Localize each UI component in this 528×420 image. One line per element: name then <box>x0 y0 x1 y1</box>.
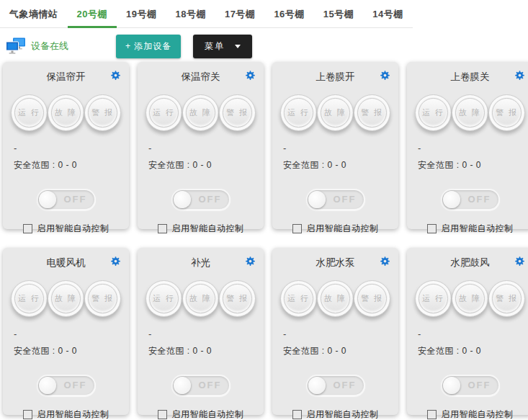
add-device-label: 添加设备 <box>134 41 171 51</box>
sensor-value: - <box>418 143 526 153</box>
toggle-knob[interactable] <box>174 191 191 208</box>
toggle-knob[interactable] <box>308 377 326 394</box>
gear-icon[interactable] <box>245 70 256 81</box>
sensor-value: - <box>14 329 122 339</box>
auto-control-label: 启用智能自动控制 <box>442 223 514 235</box>
tab-bar: 气象墒情站 20号棚 19号棚 18号棚 17号棚 16号棚 15号棚 14号棚 <box>0 1 413 28</box>
fault-indicator: 故 障 <box>48 280 84 317</box>
run-indicator-label: 运 行 <box>149 284 179 313</box>
gear-icon[interactable] <box>514 256 525 267</box>
alarm-indicator: 警 报 <box>219 94 256 131</box>
toggle-knob[interactable] <box>443 377 460 394</box>
auto-control-checkbox[interactable] <box>427 410 437 419</box>
toggle-state-label: OFF <box>334 380 357 390</box>
tab-0[interactable]: 气象墒情站 <box>0 1 68 28</box>
gear-icon[interactable] <box>514 70 525 81</box>
alarm-indicator: 警 报 <box>84 94 121 131</box>
auto-control-checkbox[interactable] <box>158 224 167 233</box>
run-indicator-label: 运 行 <box>284 98 313 128</box>
tab-1[interactable]: 20号棚 <box>68 1 117 28</box>
power-toggle[interactable]: OFF <box>441 189 500 210</box>
card-title: 保温帘开 <box>47 71 86 82</box>
indicator-row: 运 行 故 障 警 报 <box>414 280 526 317</box>
toggle-state-label: OFF <box>64 380 87 390</box>
power-toggle[interactable]: OFF <box>441 375 500 396</box>
card-header: 补光 <box>145 256 256 269</box>
safety-range-label: 安全范围 : 0 - 0 <box>418 345 526 357</box>
power-toggle[interactable]: OFF <box>37 189 96 210</box>
tab-3[interactable]: 18号棚 <box>166 1 215 28</box>
alarm-indicator-label: 警 报 <box>357 98 387 128</box>
run-indicator-label: 运 行 <box>284 284 313 313</box>
fault-indicator-label: 故 障 <box>455 284 485 313</box>
alarm-indicator-label: 警 报 <box>88 98 117 128</box>
auto-control-checkbox[interactable] <box>158 410 167 419</box>
auto-control-label: 启用智能自动控制 <box>37 408 109 420</box>
auto-control-label: 启用智能自动控制 <box>172 223 244 235</box>
device-card: 水肥水泵 运 行 故 障 <box>272 248 398 415</box>
toggle-knob[interactable] <box>443 191 460 208</box>
tab-5[interactable]: 16号棚 <box>264 1 313 28</box>
indicator-row: 运 行 故 障 警 报 <box>414 94 526 131</box>
indicator-row: 运 行 故 障 警 报 <box>10 280 122 317</box>
alarm-indicator: 警 报 <box>219 280 256 317</box>
gear-icon[interactable] <box>380 256 390 267</box>
card-title: 水肥水泵 <box>316 257 355 268</box>
fault-indicator-label: 故 障 <box>321 98 350 128</box>
caret-down-icon <box>235 45 241 48</box>
power-toggle[interactable]: OFF <box>37 375 96 396</box>
tab-6[interactable]: 15号棚 <box>314 1 363 28</box>
gear-icon[interactable] <box>380 70 390 81</box>
add-device-button[interactable]: + 添加设备 <box>116 35 181 58</box>
safety-range-label: 安全范围 : 0 - 0 <box>148 159 256 171</box>
power-toggle[interactable]: OFF <box>306 375 365 396</box>
toggle-row: OFF <box>279 375 391 396</box>
power-toggle[interactable]: OFF <box>171 189 231 210</box>
power-toggle[interactable]: OFF <box>171 375 231 396</box>
toggle-knob[interactable] <box>174 377 191 394</box>
tab-4[interactable]: 17号棚 <box>215 1 264 28</box>
auto-control-checkbox[interactable] <box>292 410 302 419</box>
device-card: 上卷膜关 运 行 故 障 <box>407 62 528 229</box>
run-indicator: 运 行 <box>415 280 452 317</box>
gear-icon[interactable] <box>110 70 121 81</box>
device-status: 设备在线 <box>6 37 68 55</box>
alarm-indicator: 警 报 <box>84 280 121 317</box>
auto-control-row: 启用智能自动控制 <box>279 408 391 420</box>
toggle-state-label: OFF <box>334 194 357 205</box>
power-toggle[interactable]: OFF <box>306 189 365 210</box>
fault-indicator: 故 障 <box>182 94 219 131</box>
run-indicator-label: 运 行 <box>419 98 448 128</box>
auto-control-row: 启用智能自动控制 <box>10 223 122 235</box>
auto-control-checkbox[interactable] <box>427 224 437 233</box>
indicator-row: 运 行 故 障 警 报 <box>10 94 122 131</box>
safety-range-label: 安全范围 : 0 - 0 <box>14 159 122 171</box>
toggle-state-label: OFF <box>199 380 222 390</box>
alarm-indicator: 警 报 <box>354 94 390 131</box>
device-card: 保温帘关 运 行 故 障 <box>138 62 264 229</box>
toggle-knob[interactable] <box>39 377 56 394</box>
auto-control-checkbox[interactable] <box>292 224 302 233</box>
toggle-knob[interactable] <box>39 191 56 208</box>
run-indicator-label: 运 行 <box>419 284 448 313</box>
fault-indicator-label: 故 障 <box>51 98 81 128</box>
fault-indicator: 故 障 <box>48 94 84 131</box>
auto-control-checkbox[interactable] <box>23 224 32 233</box>
auto-control-checkbox[interactable] <box>23 410 32 419</box>
run-indicator: 运 行 <box>280 94 317 131</box>
auto-control-row: 启用智能自动控制 <box>145 408 256 420</box>
auto-control-label: 启用智能自动控制 <box>172 408 244 420</box>
alarm-indicator: 警 报 <box>488 280 525 317</box>
toggle-knob[interactable] <box>308 191 326 208</box>
alarm-indicator-label: 警 报 <box>223 284 252 313</box>
device-card: 补光 运 行 故 障 <box>138 248 264 415</box>
gear-icon[interactable] <box>245 256 256 267</box>
menu-button[interactable]: 菜单 <box>193 35 252 58</box>
card-header: 上卷膜开 <box>279 70 391 84</box>
tab-2[interactable]: 19号棚 <box>117 1 166 28</box>
tab-7[interactable]: 14号棚 <box>363 1 412 28</box>
toggle-row: OFF <box>10 375 122 396</box>
gear-icon[interactable] <box>110 256 121 267</box>
run-indicator: 运 行 <box>11 94 48 131</box>
sensor-value: - <box>418 329 526 339</box>
